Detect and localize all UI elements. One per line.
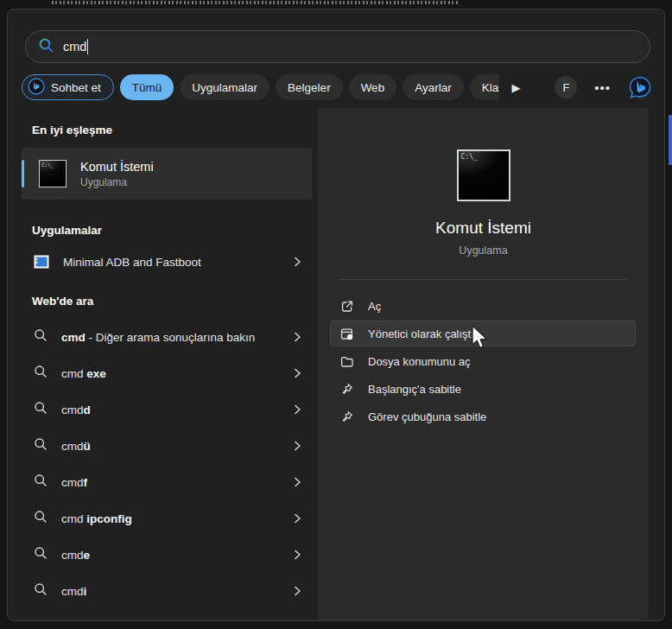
web-suggestion-row[interactable]: cmd ipconfig xyxy=(22,503,312,534)
web-suggestion-row[interactable]: cmdü xyxy=(22,430,312,461)
filter-tab-belgeler[interactable]: Belgeler xyxy=(276,74,343,100)
background-window-titlebar xyxy=(0,0,672,9)
divider xyxy=(339,279,627,280)
web-suggestion-row[interactable]: cmd exe xyxy=(22,358,312,389)
action-dosya-konumunu-aç[interactable]: Dosya konumunu aç xyxy=(330,348,636,374)
apps-header: Uygulamalar xyxy=(32,224,102,237)
adb-app-icon xyxy=(34,255,49,269)
selection-accent-bar xyxy=(22,160,24,187)
text-caret xyxy=(87,39,88,54)
web-suggestion-row[interactable]: cmdf xyxy=(22,467,312,498)
account-avatar[interactable]: F xyxy=(555,76,577,98)
chevron-right-icon[interactable] xyxy=(291,256,303,268)
results-list-pane: En iyi eşleşme Komut İstemi Uygulama Uyg… xyxy=(8,108,318,621)
chevron-right-icon[interactable] xyxy=(291,549,303,561)
pin-icon xyxy=(339,410,354,424)
action-yönetici-olarak-çalıştır[interactable]: Yönetici olarak çalıştır xyxy=(330,321,636,346)
preview-title: Komut İstemi xyxy=(318,219,649,238)
preview-pane: Komut İstemi Uygulama AçYönetici olarak … xyxy=(318,108,649,621)
filter-pills-row: Sohbet et TümüUygulamalarBelgelerWebAyar… xyxy=(22,73,652,101)
run-as-admin-icon xyxy=(339,327,354,341)
web-search-header: Web'de ara xyxy=(32,295,93,308)
web-suggestion-label: cmd ipconfig xyxy=(61,512,291,525)
action-label: Dosya konumunu aç xyxy=(368,355,471,368)
filter-tab-klasörler[interactable]: Klasörler xyxy=(470,74,500,100)
search-query-text: cmd xyxy=(63,40,86,54)
app-item-minimal-adb[interactable]: Minimal ADB and Fastboot xyxy=(22,246,312,277)
best-match-title: Komut İstemi xyxy=(80,160,154,174)
action-görev-çubuğuna-sabitle[interactable]: Görev çubuğuna sabitle xyxy=(330,403,636,429)
best-match-header: En iyi eşleşme xyxy=(32,124,112,137)
context-actions-list: AçYönetici olarak çalıştırDosya konumunu… xyxy=(330,293,636,431)
web-suggestion-row[interactable]: cmdd xyxy=(22,394,312,425)
web-suggestion-row[interactable]: cmde xyxy=(22,539,312,570)
open-icon xyxy=(339,299,354,314)
bing-chat-icon xyxy=(28,78,45,98)
filter-tab-tümü[interactable]: Tümü xyxy=(120,74,174,100)
filter-tabs: TümüUygulamalarBelgelerWebAyarlarKlasörl… xyxy=(120,74,500,100)
search-icon xyxy=(38,37,54,57)
web-suggestion-row[interactable]: cmd - Diğer arama sonuçlarına bakın xyxy=(22,321,312,353)
web-suggestion-label: cmdi xyxy=(61,585,291,598)
background-accent-sliver xyxy=(669,115,672,165)
best-match-subtitle: Uygulama xyxy=(80,176,154,188)
action-aç[interactable]: Aç xyxy=(330,293,636,319)
pills-overflow-button[interactable]: ▶ xyxy=(508,78,523,98)
web-suggestion-label: cmd exe xyxy=(61,367,291,380)
web-suggestion-label: cmdd xyxy=(61,403,291,416)
background-titlebar-text xyxy=(52,1,458,4)
pin-icon xyxy=(339,382,354,397)
chevron-right-icon[interactable] xyxy=(291,440,303,452)
web-suggestion-label: cmde xyxy=(61,549,291,562)
command-prompt-icon xyxy=(39,160,67,187)
action-label: Görev çubuğuna sabitle xyxy=(368,410,486,423)
web-suggestion-label: cmdf xyxy=(61,476,291,489)
chevron-right-icon[interactable] xyxy=(291,585,303,597)
filter-tab-uygulamalar[interactable]: Uygulamalar xyxy=(180,74,269,100)
search-flyout: cmd Sohbet et TümüUygulamalarBelgelerWeb… xyxy=(7,9,665,621)
more-options-button[interactable]: ••• xyxy=(589,79,616,96)
magnifier-icon xyxy=(34,473,48,491)
filter-chat-label: Sohbet et xyxy=(51,81,101,94)
web-suggestion-row[interactable]: cmdi xyxy=(22,575,312,607)
action-label: Yönetici olarak çalıştır xyxy=(368,327,478,340)
chevron-right-icon[interactable] xyxy=(291,476,303,488)
magnifier-icon xyxy=(34,546,48,563)
folder-icon xyxy=(339,354,354,369)
chevron-right-icon[interactable] xyxy=(291,512,303,524)
magnifier-icon xyxy=(34,401,48,418)
best-match-item[interactable]: Komut İstemi Uygulama xyxy=(22,148,312,200)
command-prompt-icon-large xyxy=(457,149,510,201)
screen: cmd Sohbet et TümüUygulamalarBelgelerWeb… xyxy=(0,0,672,629)
chevron-right-icon[interactable] xyxy=(291,331,303,343)
chevron-right-icon[interactable] xyxy=(291,403,303,416)
filter-chat[interactable]: Sohbet et xyxy=(22,74,114,100)
action-başlangıç-a-sabitle[interactable]: Başlangıç'a sabitle xyxy=(330,376,636,402)
magnifier-icon xyxy=(34,365,48,382)
action-label: Aç xyxy=(368,300,381,313)
magnifier-icon xyxy=(34,582,48,600)
chevron-right-icon[interactable] xyxy=(291,367,303,379)
magnifier-icon xyxy=(34,437,48,454)
bing-logo-icon[interactable] xyxy=(628,75,652,99)
magnifier-icon xyxy=(34,510,48,527)
action-label: Başlangıç'a sabitle xyxy=(368,383,461,396)
magnifier-icon xyxy=(34,328,48,346)
filter-tab-web[interactable]: Web xyxy=(349,74,397,100)
results-area: En iyi eşleşme Komut İstemi Uygulama Uyg… xyxy=(8,108,665,621)
filter-tab-ayarlar[interactable]: Ayarlar xyxy=(403,74,464,100)
preview-subtitle: Uygulama xyxy=(318,245,649,257)
web-suggestion-label: cmd - Diğer arama sonuçlarına bakın xyxy=(61,331,291,344)
web-suggestion-label: cmdü xyxy=(61,440,291,453)
search-input[interactable]: cmd xyxy=(25,30,650,63)
app-item-label: Minimal ADB and Fastboot xyxy=(63,256,291,269)
